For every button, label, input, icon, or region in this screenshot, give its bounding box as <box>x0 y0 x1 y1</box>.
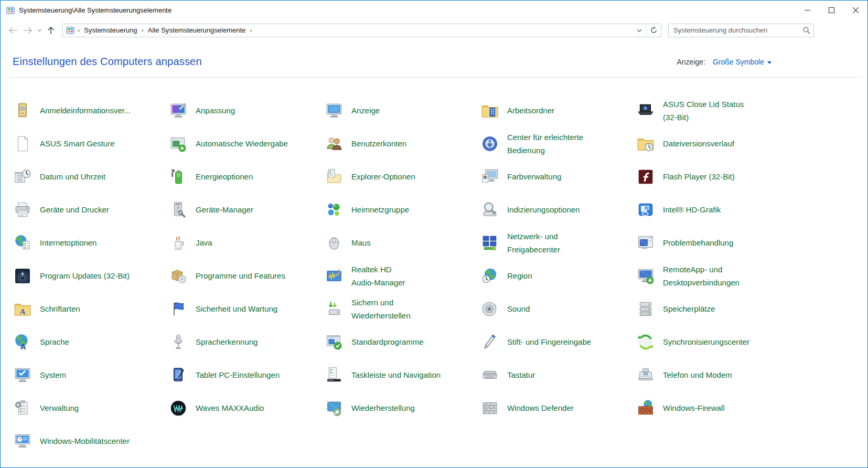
chevron-right-icon: › <box>141 26 145 34</box>
chevron-down-icon <box>767 61 771 64</box>
control-panel-item[interactable]: Program Updates (32-Bit) <box>14 259 169 292</box>
storage-spaces-icon <box>637 300 655 318</box>
address-dropdown-chevron[interactable] <box>633 27 646 34</box>
item-label: Arbeitsordner <box>507 104 554 117</box>
control-panel-item[interactable]: Automatische Wiedergabe <box>169 127 325 160</box>
admin-tools-icon <box>14 399 31 417</box>
control-panel-item[interactable]: Standardprogramme <box>325 325 481 358</box>
control-panel-item[interactable]: Verwaltung <box>14 391 169 424</box>
control-panel-item[interactable]: Datum und Uhrzeit <box>14 160 169 193</box>
control-panel-item[interactable]: Windows-Mobilitätscenter <box>14 424 169 458</box>
item-label: Schriftarten <box>40 302 80 315</box>
control-panel-item[interactable]: Anzeige <box>325 94 481 127</box>
item-label: Benutzerkonten <box>351 137 406 150</box>
item-label: Speicherplätze <box>663 302 715 315</box>
page-title: Einstellungen des Computers anpassen <box>13 56 202 68</box>
search-input[interactable] <box>669 25 800 36</box>
back-button[interactable] <box>6 23 20 38</box>
control-panel-item[interactable]: Anmeldeinformationsver... <box>14 94 169 127</box>
control-panel-item[interactable]: Speicherplätze <box>637 292 792 325</box>
control-panel-item[interactable]: Indizierungsoptionen <box>481 193 637 226</box>
item-label: System <box>40 368 66 381</box>
control-panel-item[interactable]: Region <box>481 259 637 292</box>
control-panel-item[interactable]: A Schriftarten <box>14 292 169 325</box>
control-panel-item[interactable]: Intel® HD-Grafik <box>637 193 792 226</box>
item-label: Stift- und Fingereingabe <box>507 335 591 348</box>
breadcrumb-systemsteuerung[interactable]: Systemsteuerung <box>81 26 140 34</box>
troubleshooting-icon <box>637 234 655 252</box>
control-panel-item[interactable]: Telefon und Modem <box>637 358 792 391</box>
control-panel-item[interactable]: Energieoptionen <box>169 160 325 193</box>
item-label: Explorer-Optionen <box>351 170 415 183</box>
control-panel-item[interactable]: Problembehandlung <box>637 226 792 259</box>
control-panel-item[interactable]: Explorer-Optionen <box>325 160 481 193</box>
address-bar[interactable]: › Systemsteuerung › Alle Systemsteuerung… <box>62 24 661 37</box>
control-panel-item[interactable]: Tastatur <box>481 358 637 391</box>
control-panel-item[interactable]: Farbverwaltung <box>481 160 637 193</box>
control-panel-item[interactable]: Arbeitsordner <box>481 94 637 127</box>
control-panel-item[interactable]: Sound <box>481 292 637 325</box>
control-panel-item[interactable]: ASUS Close Lid Status (32-Bit) <box>637 94 792 127</box>
control-panel-item[interactable]: Wiederherstellung <box>325 391 481 424</box>
internet-options-icon <box>14 234 31 252</box>
control-panel-item[interactable]: Netzwerk- und Freigabecenter <box>481 226 637 259</box>
control-panel-item[interactable]: Java <box>169 226 325 259</box>
control-panel-item[interactable]: RemoteApp- und Desktopverbindungen <box>637 259 792 292</box>
control-panel-item[interactable]: Stift- und Fingereingabe <box>481 325 637 358</box>
forward-button[interactable] <box>20 23 35 38</box>
control-panel-item[interactable]: Geräte und Drucker <box>14 193 169 226</box>
backup-restore-icon <box>325 300 343 318</box>
control-panel-item[interactable]: ASUS Smart Gesture <box>14 127 169 160</box>
item-label: Sicherheit und Wartung <box>196 302 277 315</box>
control-panel-item[interactable]: Heimnetzgruppe <box>325 193 481 226</box>
maximize-button[interactable] <box>819 1 843 20</box>
close-button[interactable] <box>843 1 867 20</box>
control-panel-item[interactable]: Dateiversionsverlauf <box>637 127 792 160</box>
control-panel-item[interactable]: Windows-Firewall <box>637 391 792 424</box>
date-time-icon <box>14 168 31 186</box>
items-grid: Anmeldeinformationsver... Anpassung Anze… <box>14 94 792 458</box>
control-panel-item[interactable]: Windows Defender <box>481 391 637 424</box>
remoteapp-icon <box>637 267 655 285</box>
control-panel-item[interactable]: Anpassung <box>169 94 325 127</box>
view-selector[interactable]: Große Symbole <box>713 58 771 66</box>
devices-printers-icon <box>14 201 31 219</box>
control-panel-item[interactable]: Tablet PC-Einstellungen <box>169 358 325 391</box>
control-panel-item[interactable]: Internetoptionen <box>14 226 169 259</box>
tablet-pc-icon <box>169 366 187 384</box>
item-label: Farbverwaltung <box>507 170 561 183</box>
refresh-button[interactable] <box>646 24 661 37</box>
item-label: Heimnetzgruppe <box>351 203 409 216</box>
up-button[interactable] <box>44 23 58 38</box>
item-label: Tastatur <box>507 368 535 381</box>
item-label: Anpassung <box>196 104 235 117</box>
control-panel-item[interactable]: Programme und Features <box>169 259 325 292</box>
breadcrumb-alle-systemsteuerungselemente[interactable]: Alle Systemsteuerungselemente <box>145 26 249 34</box>
control-panel-item[interactable]: Sicherheit und Wartung <box>169 292 325 325</box>
control-panel-item[interactable]: System <box>14 358 169 391</box>
control-panel-item[interactable]: Geräte-Manager <box>169 193 325 226</box>
windows-firewall-icon <box>637 399 655 417</box>
search-box <box>668 24 814 37</box>
control-panel-item[interactable]: Realtek HD Audio-Manager <box>325 259 481 292</box>
search-icon[interactable] <box>800 27 813 34</box>
control-panel-item[interactable]: Waves MAXXAudio <box>169 391 325 424</box>
minimize-button[interactable] <box>795 1 819 20</box>
chevron-right-icon: › <box>249 26 253 34</box>
mobility-center-icon <box>14 432 31 450</box>
indexing-options-icon <box>481 201 499 219</box>
control-panel-item[interactable]: Center für erleichterte Bedienung <box>481 127 637 160</box>
control-panel-item[interactable]: Taskleiste und Navigation <box>325 358 481 391</box>
control-panel-item[interactable]: Sichern und Wiederherstellen <box>325 292 481 325</box>
control-panel-item[interactable]: Flash Player (32-Bit) <box>637 160 792 193</box>
item-label: ASUS Close Lid Status (32-Bit) <box>663 98 744 124</box>
control-panel-item[interactable]: Maus <box>325 226 481 259</box>
item-label: Problembehandlung <box>663 236 733 249</box>
control-panel-item[interactable]: Spracherkennung <box>169 325 325 358</box>
control-panel-item[interactable]: Benutzerkonten <box>325 127 481 160</box>
recent-pages-chevron[interactable] <box>35 23 44 38</box>
default-programs-icon <box>325 333 343 351</box>
control-panel-item[interactable]: A Sprache <box>14 325 169 358</box>
item-label: Synchronisierungscenter <box>663 335 749 348</box>
control-panel-item[interactable]: Synchronisierungscenter <box>637 325 792 358</box>
